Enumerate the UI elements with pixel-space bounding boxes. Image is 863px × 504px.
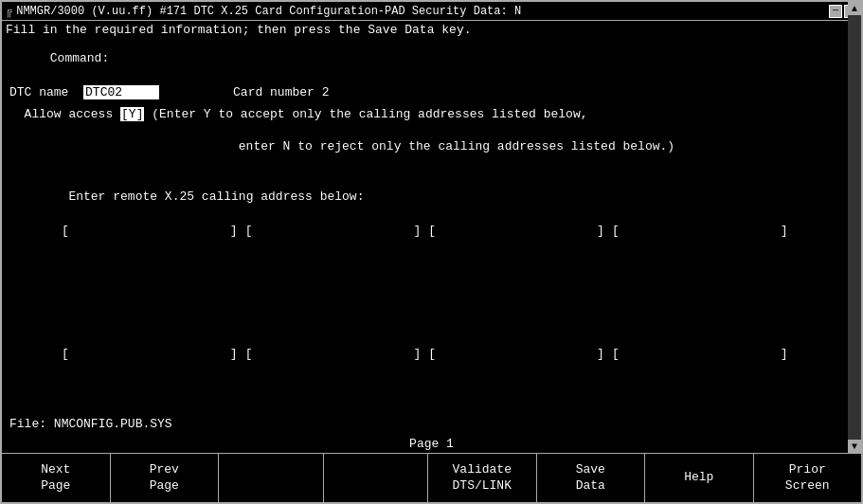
box4-field[interactable] [620, 224, 781, 347]
header-section: Fill in the required information; then p… [2, 21, 861, 81]
bottom-toolbar: NextPage PrevPage ValidateDTS/LINK SaveD… [2, 453, 861, 502]
command-label: Command: [50, 51, 109, 65]
box3-bottom-field[interactable] [436, 347, 597, 360]
box2-bottom-field[interactable] [252, 347, 413, 360]
box4-row1: [ ] [612, 224, 788, 347]
allow-access-desc2-row: enter N to reject only the calling addre… [9, 125, 854, 168]
box1-bottom-field[interactable] [69, 347, 230, 360]
scroll-down-button[interactable]: ▼ [848, 440, 861, 453]
page-info: Page 1 [2, 435, 861, 453]
box4-bottom: [ ] [612, 347, 788, 361]
card-number-value: 2 [322, 85, 330, 99]
dtc-card-row: DTC name Card number 2 [9, 85, 854, 99]
box3-bottom: [ ] [428, 347, 604, 361]
address-boxes-container: [ ] [ ] [ ] [ [62, 224, 854, 361]
file-info: File: NMCONFIG.PUB.SYS [2, 413, 861, 435]
toolbar-empty-1 [219, 454, 324, 502]
title-bar: NMMGR/3000 (V.uu.ff) #171 DTC X.25 Card … [12, 3, 829, 19]
address-box-4: [ ] [ ] [612, 224, 788, 361]
window-title-bar: ╔ NMMGR/3000 (V.uu.ff) #171 DTC X.25 Car… [2, 2, 861, 21]
allow-access-desc: (Enter Y to accept only the calling addr… [144, 107, 587, 121]
help-button[interactable]: Help [645, 454, 754, 502]
command-line: Command: [6, 37, 857, 80]
enter-remote-row: Enter remote X.25 calling address below: [9, 175, 854, 218]
header-line2: Fill in the required information; then p… [6, 23, 857, 37]
prev-page-button[interactable]: PrevPage [111, 454, 220, 502]
box3-row1: [ ] [428, 224, 604, 347]
scrollbar: ▲ ▼ [848, 2, 861, 453]
box2-field[interactable] [252, 224, 413, 347]
save-data-button[interactable]: SaveData [537, 454, 646, 502]
scroll-up-button[interactable]: ▲ [848, 2, 861, 15]
dtc-name-label: DTC name [9, 85, 68, 99]
file-value: NMCONFIG.PUB.SYS [54, 417, 172, 431]
scroll-track[interactable] [848, 15, 861, 440]
box4-bottom-field[interactable] [620, 347, 781, 360]
prior-screen-button[interactable]: PriorScreen [754, 454, 862, 502]
box3-field[interactable] [436, 224, 597, 347]
allow-access-desc2: enter N to reject only the calling addre… [239, 139, 674, 153]
card-number-label: Card number [233, 85, 315, 99]
title-line1: NMMGR/3000 (V.uu.ff) #171 DTC X.25 Card … [16, 5, 521, 18]
address-box-1: [ ] [ ] [62, 224, 238, 361]
enter-remote-label: Enter remote X.25 calling address below: [54, 189, 365, 204]
address-box-3: [ ] [ ] [428, 224, 604, 361]
allow-access-label: Allow access [9, 107, 120, 121]
toolbar-empty-2 [324, 454, 429, 502]
allow-access-value: [Y] [120, 107, 144, 121]
box2-bottom: [ ] [245, 347, 422, 361]
box1-bottom: [ ] [62, 347, 238, 361]
minimize-button[interactable]: ─ [829, 5, 842, 18]
file-label: File: [9, 417, 46, 431]
box1-field[interactable] [69, 224, 230, 347]
box2-row1: [ ] [245, 224, 422, 347]
dtc-name-input[interactable] [83, 85, 159, 99]
box1-row1: [ ] [62, 224, 238, 347]
address-box-2: [ ] [ ] [245, 224, 422, 361]
allow-access-row: Allow access [Y] (Enter Y to accept only… [9, 107, 854, 121]
main-content: DTC name Card number 2 Allow access [Y] … [2, 81, 861, 413]
page-label: Page 1 [409, 437, 454, 451]
next-page-button[interactable]: NextPage [2, 454, 111, 502]
corner-char-tl: ╔ [6, 5, 12, 18]
validate-button[interactable]: ValidateDTS/LINK [428, 454, 537, 502]
